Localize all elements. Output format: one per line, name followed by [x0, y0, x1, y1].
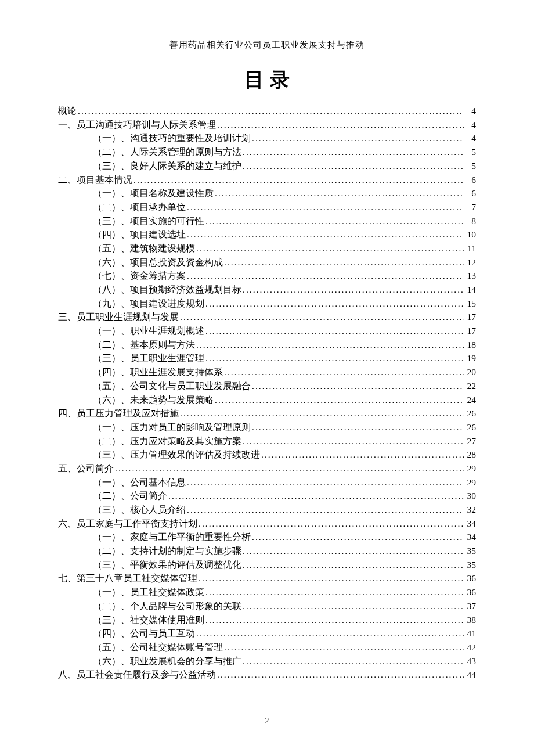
toc-entry: （二）、人际关系管理的原则与方法5	[58, 145, 476, 159]
toc-entry-page: 12	[464, 258, 476, 267]
toc-entry: （一）、员工社交媒体政策36	[58, 585, 476, 599]
toc-entry: （四）、职业生涯发展支持体系20	[58, 365, 476, 379]
toc-entry-text: （二）、公司简介	[93, 491, 167, 501]
toc-leader-dots	[204, 326, 464, 336]
toc-entry-text: （六）、项目总投资及资金构成	[93, 258, 223, 267]
toc-entry-page: 34	[464, 532, 476, 542]
toc-leader-dots	[241, 657, 464, 666]
toc-leader-dots	[186, 203, 464, 212]
toc-leader-dots	[241, 437, 464, 446]
toc-entry: （九）、项目建设进度规划15	[58, 297, 476, 311]
toc-leader-dots	[204, 354, 464, 363]
toc-leader-dots	[223, 258, 464, 267]
toc-entry-page: 8	[464, 217, 476, 226]
toc-entry: 八、员工社会责任履行及参与公益活动44	[58, 668, 476, 682]
toc-leader-dots	[204, 588, 464, 597]
toc-entry-page: 34	[464, 519, 476, 528]
toc-leader-dots	[204, 615, 464, 625]
toc-entry-text: （四）、项目建设选址	[93, 230, 186, 239]
page-header: 善用药品相关行业公司员工职业发展支持与推动	[58, 39, 476, 51]
toc-entry-page: 15	[464, 299, 476, 308]
toc-entry: 概论4	[58, 104, 476, 118]
toc-entry-text: （五）、公司文化与员工职业发展融合	[93, 381, 251, 391]
toc-entry-text: 四、员工压力管理及应对措施	[58, 409, 179, 418]
toc-entry-page: 17	[464, 312, 476, 322]
toc-entry-page: 4	[464, 120, 476, 129]
toc-leader-dots	[223, 368, 464, 377]
toc-entry: （二）、公司简介30	[58, 489, 476, 503]
toc-leader-dots	[186, 230, 464, 239]
toc-entry-text: 八、员工社会责任履行及参与公益活动	[58, 670, 216, 679]
toc-entry-text: （一）、员工社交媒体政策	[93, 588, 204, 597]
toc-entry-text: 七、第三十八章员工社交媒体管理	[58, 574, 197, 583]
toc-leader-dots	[179, 312, 464, 322]
toc-entry: （三）、良好人际关系的建立与维护5	[58, 159, 476, 173]
toc-leader-dots	[197, 519, 464, 528]
toc-entry: （一）、职业生涯规划概述17	[58, 324, 476, 338]
toc-entry: （五）、公司社交媒体账号管理42	[58, 640, 476, 654]
toc-entry: 五、公司简介29	[58, 462, 476, 476]
toc-entry: （五）、建筑物建设规模11	[58, 242, 476, 255]
toc-entry-page: 28	[464, 450, 476, 459]
toc-entry-page: 35	[464, 560, 476, 570]
toc-entry-page: 5	[464, 147, 476, 157]
toc-entry-page: 24	[464, 395, 476, 405]
toc-entry-page: 32	[464, 505, 476, 514]
toc-entry-page: 17	[464, 326, 476, 336]
toc-entry-page: 30	[464, 491, 476, 501]
toc-entry-text: （四）、职业生涯发展支持体系	[93, 368, 223, 377]
toc-entry-page: 11	[464, 244, 476, 253]
toc-entry-text: 五、公司简介	[58, 464, 114, 473]
toc-entry: （三）、员工职业生涯管理19	[58, 351, 476, 365]
toc-entry-text: （七）、资金筹措方案	[93, 271, 186, 280]
toc-leader-dots	[223, 643, 464, 652]
toc-entry-text: 三、员工职业生涯规划与发展	[58, 312, 179, 322]
toc-leader-dots	[214, 189, 464, 198]
toc-entry: （六）、未来趋势与发展策略24	[58, 393, 476, 406]
toc-entry: （一）、压力对员工的影响及管理原则26	[58, 420, 476, 434]
toc-entry-text: 概论	[58, 106, 77, 116]
toc-entry: （四）、公司与员工互动41	[58, 627, 476, 640]
toc-entry-text: （三）、压力管理效果的评估及持续改进	[93, 450, 260, 459]
toc-entry: 六、员工家庭与工作平衡支持计划34	[58, 517, 476, 531]
toc-leader-dots	[179, 409, 464, 418]
toc-entry: （二）、基本原则与方法18	[58, 338, 476, 352]
toc-entry-text: 一、员工沟通技巧培训与人际关系管理	[58, 120, 216, 129]
toc-entry-page: 6	[464, 189, 476, 198]
toc-entry-text: （三）、平衡效果的评估及调整优化	[93, 560, 241, 570]
toc-leader-dots	[216, 120, 464, 129]
toc-entry-text: （二）、基本原则与方法	[93, 340, 195, 350]
toc-leader-dots	[167, 491, 464, 501]
toc-entry-text: （八）、项目预期经济效益规划目标	[93, 285, 241, 294]
toc-entry-text: （五）、公司社交媒体账号管理	[93, 643, 223, 652]
toc-entry: （一）、公司基本信息29	[58, 476, 476, 489]
toc-entry: （二）、个人品牌与公司形象的关联37	[58, 599, 476, 613]
toc-leader-dots	[216, 670, 464, 679]
toc-entry: 七、第三十八章员工社交媒体管理36	[58, 571, 476, 585]
toc-entry-page: 35	[464, 546, 476, 556]
toc-entry-text: （二）、支持计划的制定与实施步骤	[93, 546, 241, 556]
toc-leader-dots	[241, 560, 464, 570]
toc-entry-text: （一）、项目名称及建设性质	[93, 189, 214, 198]
toc-entry-page: 18	[464, 340, 476, 350]
toc-leader-dots	[241, 602, 464, 611]
toc-entry-text: （一）、家庭与工作平衡的重要性分析	[93, 532, 251, 542]
toc-entry-page: 38	[464, 615, 476, 625]
toc-entry-text: 六、员工家庭与工作平衡支持计划	[58, 519, 197, 528]
toc-entry-text: （二）、个人品牌与公司形象的关联	[93, 602, 241, 611]
toc-leader-dots	[204, 299, 464, 308]
toc-leader-dots	[195, 244, 464, 253]
toc-entry-text: （一）、公司基本信息	[93, 478, 186, 487]
toc-entry-page: 29	[464, 464, 476, 473]
toc-entry: （二）、项目承办单位7	[58, 200, 476, 214]
toc-leader-dots	[195, 629, 464, 638]
toc-leader-dots	[251, 134, 464, 143]
toc-entry-page: 41	[464, 629, 476, 638]
toc-leader-dots	[251, 423, 464, 432]
toc-entry-page: 37	[464, 602, 476, 611]
toc-leader-dots	[241, 147, 464, 157]
toc-entry-page: 26	[464, 423, 476, 432]
toc-entry-page: 27	[464, 437, 476, 446]
toc-entry: （二）、压力应对策略及其实施方案27	[58, 434, 476, 448]
toc-entry: （五）、公司文化与员工职业发展融合22	[58, 379, 476, 393]
